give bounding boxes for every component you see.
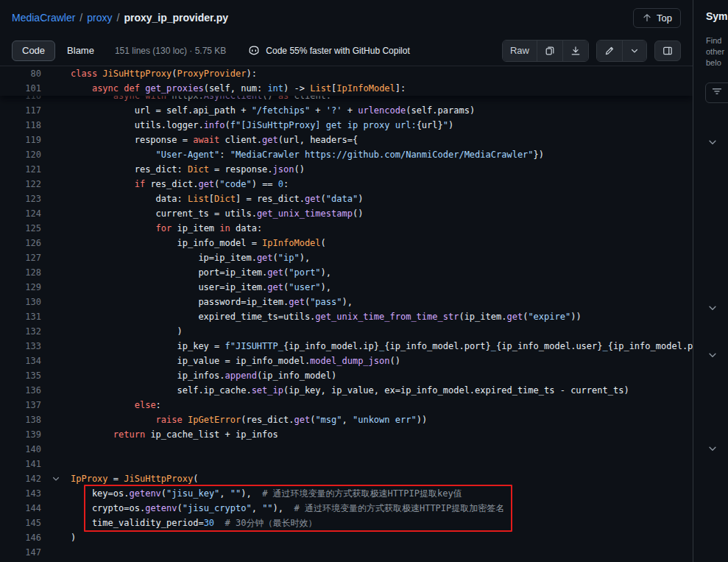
line-number[interactable]: 142 xyxy=(0,471,41,486)
line-number[interactable]: 134 xyxy=(0,354,41,368)
breadcrumb-repo-link[interactable]: MediaCrawler xyxy=(12,12,75,24)
line-number[interactable]: 130 xyxy=(0,295,41,309)
fold-chevron-icon[interactable] xyxy=(41,471,71,486)
tab-blame[interactable]: Blame xyxy=(57,41,105,61)
code-text: class JiSuHttpProxy(ProxyProvider): xyxy=(71,66,257,81)
fold-spacer xyxy=(41,103,71,118)
fold-spacer xyxy=(41,192,71,206)
fold-spacer xyxy=(41,66,71,81)
chevron-down-icon[interactable] xyxy=(707,137,718,147)
code-line: 140 xyxy=(0,442,693,457)
copy-raw-button[interactable] xyxy=(537,41,562,61)
line-number[interactable]: 132 xyxy=(0,324,41,339)
fold-spacer xyxy=(41,368,71,383)
edit-button[interactable] xyxy=(597,41,622,61)
raw-button-group: Raw xyxy=(502,40,589,62)
line-number[interactable]: 143 xyxy=(0,486,41,501)
code-text: key=os.getenv("jisu_key", ""), # 通过环境变量的… xyxy=(71,486,462,501)
line-number[interactable]: 136 xyxy=(0,383,41,398)
chevron-down-icon[interactable] xyxy=(707,443,718,454)
line-number[interactable]: 123 xyxy=(0,192,41,206)
line-number[interactable]: 121 xyxy=(0,162,41,177)
line-number[interactable]: 135 xyxy=(0,368,41,383)
line-number[interactable]: 128 xyxy=(0,265,41,280)
code-line: 143 key=os.getenv("jisu_key", ""), # 通过环… xyxy=(0,486,693,501)
line-number[interactable]: 140 xyxy=(0,442,41,457)
line-number[interactable]: 119 xyxy=(0,133,41,147)
back-to-top-button[interactable]: Top xyxy=(633,8,681,28)
breadcrumb-separator: / xyxy=(79,12,82,24)
side-panel-icon xyxy=(662,46,673,56)
code-text: ip_key = f"JISUHTTP_{ip_info_model.ip}_{… xyxy=(71,339,693,354)
code-line: 121 res_dict: Dict = response.json() xyxy=(0,162,693,177)
breadcrumb-folder-link[interactable]: proxy xyxy=(87,12,112,24)
code-text: response = await client.get(url, headers… xyxy=(71,133,358,147)
fold-spacer xyxy=(41,457,71,471)
line-number[interactable]: 137 xyxy=(0,398,41,412)
fold-spacer xyxy=(41,236,71,250)
download-icon xyxy=(570,46,581,56)
line-number[interactable]: 127 xyxy=(0,250,41,265)
chevron-down-icon xyxy=(630,46,639,55)
line-number[interactable]: 124 xyxy=(0,206,41,221)
line-number[interactable]: 133 xyxy=(0,339,41,354)
code-line: 131 expired_time_ts=utils.get_unix_time_… xyxy=(0,309,693,324)
code-blame-switch: Code Blame xyxy=(12,41,105,61)
symbols-filter-input[interactable] xyxy=(705,82,728,103)
code-text: async def get_proxies(self, num: int) ->… xyxy=(71,81,406,96)
line-number[interactable]: 146 xyxy=(0,530,41,545)
fold-spacer xyxy=(41,309,71,324)
line-number[interactable]: 139 xyxy=(0,427,41,442)
code-line: 139 return ip_cache_list + ip_infos xyxy=(0,427,693,442)
fold-spacer xyxy=(41,501,71,516)
line-number[interactable]: 147 xyxy=(0,545,41,560)
line-number[interactable]: 144 xyxy=(0,501,41,516)
sticky-lines: 80class JiSuHttpProxy(ProxyProvider):101… xyxy=(0,66,693,96)
chevron-down-icon[interactable] xyxy=(707,303,718,313)
edit-dropdown-button[interactable] xyxy=(622,41,646,61)
fold-spacer xyxy=(41,545,71,560)
line-number[interactable]: 145 xyxy=(0,516,41,530)
code-text: for ip_item in data: xyxy=(71,221,262,236)
code-line: 147 xyxy=(0,545,693,560)
symbols-description-line: other xyxy=(706,46,724,57)
code-line: 101 async def get_proxies(self, num: int… xyxy=(0,81,693,96)
fold-spacer xyxy=(41,530,71,545)
download-button[interactable] xyxy=(562,41,588,61)
copilot-icon xyxy=(248,45,260,57)
file-header: MediaCrawler / proxy / proxy_ip_provider… xyxy=(0,0,693,35)
fold-spacer xyxy=(41,398,71,412)
code-text: ip_infos.append(ip_info_model) xyxy=(71,368,336,383)
fold-spacer xyxy=(41,118,71,133)
line-number[interactable]: 118 xyxy=(0,118,41,133)
code-text: return ip_cache_list + ip_infos xyxy=(71,427,278,442)
copilot-banner[interactable]: Code 55% faster with GitHub Copilot xyxy=(248,45,409,57)
raw-button[interactable]: Raw xyxy=(503,41,537,61)
code-line: 135 ip_infos.append(ip_info_model) xyxy=(0,368,693,383)
line-number[interactable]: 122 xyxy=(0,177,41,192)
code-text: ip=ip_item.get("ip"), xyxy=(71,250,310,265)
line-number[interactable]: 141 xyxy=(0,457,41,471)
copy-icon xyxy=(545,46,555,56)
line-number[interactable]: 125 xyxy=(0,221,41,236)
code-line: 118 utils.logger.info(f"[JiSuHttpProxy] … xyxy=(0,118,693,133)
line-number[interactable]: 126 xyxy=(0,236,41,250)
code-text: current_ts = utils.get_unix_timestamp() xyxy=(71,206,363,221)
line-number[interactable]: 120 xyxy=(0,147,41,162)
chevron-down-icon[interactable] xyxy=(707,350,718,360)
line-number[interactable]: 101 xyxy=(0,81,41,96)
code-line: 117 url = self.api_path + "/fetchips" + … xyxy=(0,103,693,118)
breadcrumb: MediaCrawler / proxy / proxy_ip_provider… xyxy=(12,12,228,24)
fold-spacer xyxy=(41,147,71,162)
code-text: ) xyxy=(71,324,183,339)
line-number[interactable]: 138 xyxy=(0,412,41,427)
tab-code[interactable]: Code xyxy=(12,41,55,61)
line-number[interactable]: 131 xyxy=(0,309,41,324)
line-number[interactable]: 80 xyxy=(0,66,41,81)
symbols-panel-toggle[interactable] xyxy=(654,41,681,61)
code-line: 123 data: List[Dict] = res_dict.get("dat… xyxy=(0,192,693,206)
line-number[interactable]: 129 xyxy=(0,280,41,295)
line-number[interactable]: 117 xyxy=(0,103,41,118)
fold-spacer xyxy=(41,177,71,192)
code-viewer: 116 async with httpx.AsyncClient() as cl… xyxy=(0,66,693,562)
